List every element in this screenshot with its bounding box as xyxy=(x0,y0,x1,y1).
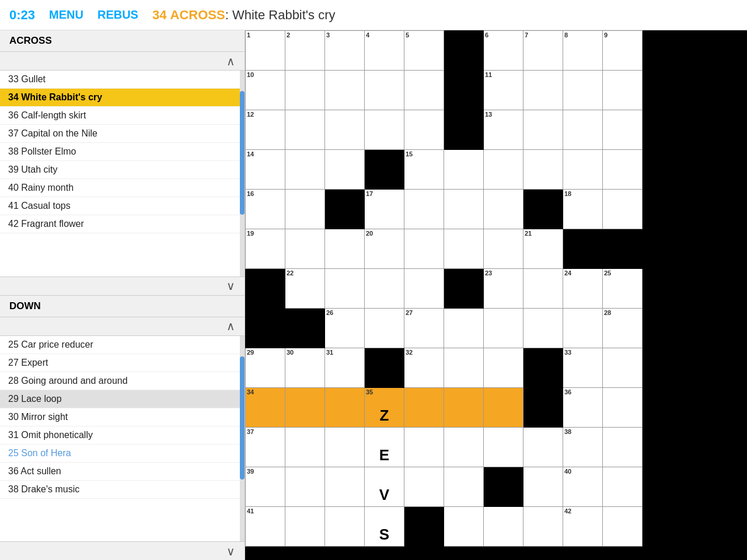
down-scroll-down[interactable]: ∨ xyxy=(0,541,245,560)
grid-cell[interactable] xyxy=(285,71,325,110)
grid-cell[interactable] xyxy=(484,428,523,467)
grid-cell[interactable] xyxy=(404,71,444,110)
crossword-grid[interactable]: 1234567891011121314151617181920212223242… xyxy=(245,30,747,560)
grid-cell[interactable]: 30 xyxy=(285,348,325,388)
grid-cell[interactable] xyxy=(325,190,365,229)
grid-cell[interactable]: 35Z xyxy=(365,388,404,428)
grid-cell[interactable] xyxy=(523,71,563,110)
grid-cell[interactable]: 10 xyxy=(246,71,285,110)
down-clue-item[interactable]: 25 Son of Hera xyxy=(0,444,245,463)
across-clue-item[interactable]: 33 Gullet xyxy=(0,71,245,89)
grid-cell[interactable]: 9 xyxy=(603,31,643,71)
grid-cell[interactable]: 16 xyxy=(246,190,285,229)
grid-cell[interactable]: 28 xyxy=(603,309,643,348)
grid-cell[interactable] xyxy=(563,71,603,110)
across-clue-item[interactable]: 41 Casual tops xyxy=(0,197,245,215)
grid-cell[interactable] xyxy=(603,467,643,507)
grid-cell[interactable] xyxy=(365,150,404,190)
grid-cell[interactable] xyxy=(484,467,523,507)
grid-cell[interactable] xyxy=(365,71,404,110)
grid-cell[interactable]: 34 xyxy=(246,388,285,428)
grid-cell[interactable]: 7 xyxy=(523,31,563,71)
grid-cell[interactable] xyxy=(285,428,325,467)
grid-cell[interactable] xyxy=(523,150,563,190)
down-clue-item[interactable]: 29 Lace loop xyxy=(0,390,245,408)
grid-cell[interactable] xyxy=(365,348,404,388)
grid-cell[interactable] xyxy=(603,428,643,467)
across-scroll-down[interactable]: ∨ xyxy=(0,276,245,295)
grid-cell[interactable]: E xyxy=(365,428,404,467)
grid-cell[interactable] xyxy=(444,269,484,309)
grid-cell[interactable]: 3 xyxy=(325,31,365,71)
across-clue-item[interactable]: 40 Rainy month xyxy=(0,179,245,197)
grid-cell[interactable] xyxy=(285,150,325,190)
grid-cell[interactable]: 37 xyxy=(246,428,285,467)
grid-cell[interactable]: 8 xyxy=(563,31,603,71)
grid-cell[interactable] xyxy=(484,229,523,269)
grid-cell[interactable]: 42 xyxy=(563,507,603,547)
down-clue-item[interactable]: 31 Omit phonetically xyxy=(0,426,245,444)
grid-cell[interactable] xyxy=(246,309,285,348)
down-clue-item[interactable]: 28 Going around and around xyxy=(0,372,245,390)
grid-cell[interactable]: 36 xyxy=(563,388,603,428)
grid-cell[interactable]: 14 xyxy=(246,150,285,190)
down-clue-item[interactable]: 36 Act sullen xyxy=(0,463,245,481)
grid-cell[interactable] xyxy=(246,269,285,309)
across-clue-item[interactable]: 38 Pollster Elmo xyxy=(0,143,245,161)
down-scroll-up[interactable]: ∧ xyxy=(0,317,245,336)
grid-cell[interactable]: 5 xyxy=(404,31,444,71)
grid-cell[interactable] xyxy=(325,150,365,190)
down-clue-item[interactable]: 25 Car price reducer xyxy=(0,336,245,354)
grid-cell[interactable]: 39 xyxy=(246,467,285,507)
grid-cell[interactable]: 27 xyxy=(404,309,444,348)
grid-cell[interactable] xyxy=(523,388,563,428)
grid-cell[interactable] xyxy=(603,71,643,110)
grid-cell[interactable] xyxy=(365,269,404,309)
grid-cell[interactable] xyxy=(523,348,563,388)
grid-cell[interactable] xyxy=(444,507,484,547)
grid-cell[interactable] xyxy=(325,269,365,309)
grid-cell[interactable]: 20 xyxy=(365,229,404,269)
grid-cell[interactable] xyxy=(603,150,643,190)
grid-cell[interactable]: 18 xyxy=(563,190,603,229)
grid-cell[interactable]: 22 xyxy=(285,269,325,309)
grid-cell[interactable]: 41 xyxy=(246,507,285,547)
grid-cell[interactable] xyxy=(325,428,365,467)
down-clue-item[interactable]: 30 Mirror sight xyxy=(0,408,245,426)
grid-cell[interactable] xyxy=(285,507,325,547)
grid-cell[interactable]: 4 xyxy=(365,31,404,71)
grid-cell[interactable] xyxy=(523,507,563,547)
grid-cell[interactable]: 6 xyxy=(484,31,523,71)
grid-cell[interactable] xyxy=(285,229,325,269)
grid-cell[interactable] xyxy=(523,110,563,150)
rebus-button[interactable]: REBUS xyxy=(97,8,138,22)
grid-cell[interactable] xyxy=(603,348,643,388)
grid-cell[interactable] xyxy=(285,388,325,428)
grid-cell[interactable]: 15 xyxy=(404,150,444,190)
grid-cell[interactable]: 38 xyxy=(563,428,603,467)
grid-cell[interactable]: 23 xyxy=(484,269,523,309)
grid-cell[interactable] xyxy=(523,269,563,309)
grid-cell[interactable]: 1 xyxy=(246,31,285,71)
grid-cell[interactable] xyxy=(325,110,365,150)
grid-cell[interactable]: S xyxy=(365,507,404,547)
grid-cell[interactable]: 21 xyxy=(523,229,563,269)
grid-cell[interactable] xyxy=(365,309,404,348)
grid-cell[interactable]: 17 xyxy=(365,190,404,229)
grid-cell[interactable] xyxy=(444,71,484,110)
grid-cell[interactable] xyxy=(444,388,484,428)
grid-cell[interactable] xyxy=(603,110,643,150)
across-clue-item[interactable]: 39 Utah city xyxy=(0,161,245,179)
grid-cell[interactable] xyxy=(484,388,523,428)
across-scroll-up[interactable]: ∧ xyxy=(0,52,245,71)
grid-cell[interactable] xyxy=(365,110,404,150)
grid-cell[interactable]: 32 xyxy=(404,348,444,388)
grid-cell[interactable] xyxy=(285,190,325,229)
grid-cell[interactable] xyxy=(325,467,365,507)
grid-cell[interactable]: 12 xyxy=(246,110,285,150)
grid-cell[interactable] xyxy=(285,110,325,150)
grid-cell[interactable] xyxy=(444,190,484,229)
grid-cell[interactable]: 13 xyxy=(484,110,523,150)
grid-cell[interactable] xyxy=(325,71,365,110)
grid-cell[interactable] xyxy=(563,309,603,348)
